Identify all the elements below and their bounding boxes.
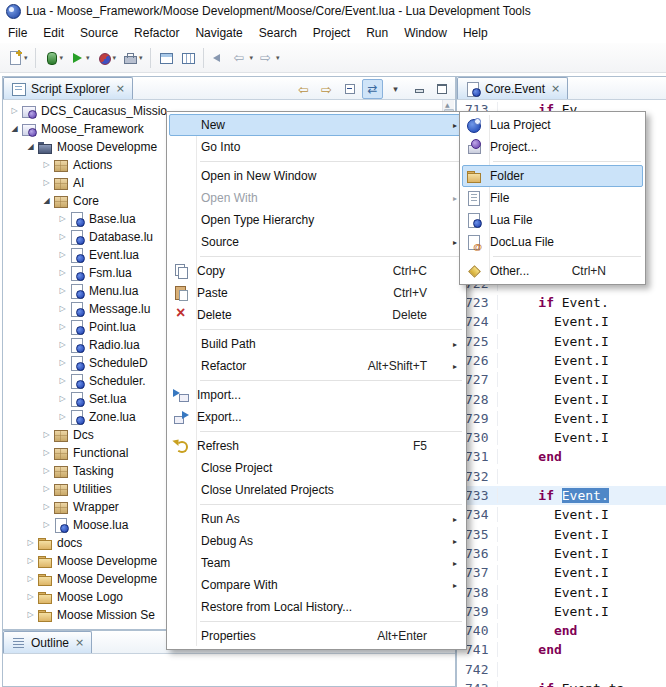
menu-item-compare-with[interactable]: Compare With▸: [169, 574, 464, 596]
menu-source[interactable]: Source: [72, 23, 126, 43]
menu-item-debug-as[interactable]: Debug As▸: [169, 530, 464, 552]
expand-arrow-icon[interactable]: ▷: [56, 305, 69, 313]
menu-item-build-path[interactable]: Build Path▸: [169, 333, 464, 355]
menu-edit[interactable]: Edit: [35, 23, 72, 43]
back-button[interactable]: ⇦: [293, 79, 314, 99]
expand-arrow-icon[interactable]: ▷: [56, 251, 69, 259]
submenu-item-folder[interactable]: Folder: [462, 165, 643, 187]
submenu-item-lua-project[interactable]: Lua Project: [462, 114, 643, 136]
link-editor-button[interactable]: ⇄: [362, 79, 383, 99]
menu-file[interactable]: File: [0, 23, 35, 43]
menu-item-copy[interactable]: CopyCtrl+C: [169, 260, 464, 282]
maximize-button[interactable]: [431, 79, 452, 99]
expand-arrow-icon[interactable]: ▷: [56, 269, 69, 277]
table-view-button[interactable]: [177, 46, 199, 70]
expand-arrow-icon[interactable]: ▷: [56, 377, 69, 385]
menu-refactor[interactable]: Refactor: [126, 23, 187, 43]
collapse-arrow-icon[interactable]: ◢: [24, 143, 37, 151]
menu-run[interactable]: Run: [358, 23, 396, 43]
expand-arrow-icon[interactable]: ▷: [40, 503, 53, 511]
menu-item-new[interactable]: New▸: [169, 114, 464, 136]
menu-item-open-type-hierarchy[interactable]: Open Type Hierarchy: [169, 209, 464, 231]
submenu-item-file[interactable]: File: [462, 187, 643, 209]
package-icon: [53, 445, 69, 461]
expand-arrow-icon[interactable]: ▷: [40, 467, 53, 475]
open-window-button[interactable]: [155, 46, 177, 70]
expand-arrow-icon[interactable]: ▷: [8, 107, 21, 115]
expand-arrow-icon[interactable]: ▷: [40, 179, 53, 187]
tab-outline[interactable]: Outline ×: [3, 631, 92, 653]
menu-item-restore-from-local-history[interactable]: Restore from Local History...: [169, 596, 464, 618]
menu-item-properties[interactable]: PropertiesAlt+Enter: [169, 625, 464, 647]
expand-arrow-icon[interactable]: ▷: [24, 557, 37, 565]
expand-arrow-icon[interactable]: ▷: [56, 215, 69, 223]
expand-arrow-icon[interactable]: ▷: [40, 449, 53, 457]
menu-item-close-project[interactable]: Close Project: [169, 457, 464, 479]
menu-item-delete[interactable]: DeleteDelete: [169, 304, 464, 326]
forward-button[interactable]: ▾: [256, 46, 283, 70]
collapse-arrow-icon[interactable]: ◢: [40, 197, 53, 205]
tab-core-event[interactable]: Core.Event ×: [457, 77, 568, 99]
submenu-item-lua-file[interactable]: Lua File: [462, 209, 643, 231]
submenu-item-project[interactable]: Project...: [462, 136, 643, 158]
expand-arrow-icon[interactable]: ▷: [56, 395, 69, 403]
profile-button[interactable]: ▾: [93, 46, 120, 70]
scroll-up-icon[interactable]: ▲: [445, 101, 450, 108]
submenu-arrow-icon: ▸: [453, 537, 457, 546]
menu-item-paste[interactable]: PasteCtrl+V: [169, 282, 464, 304]
collapse-all-button[interactable]: [339, 79, 360, 99]
expand-arrow-icon[interactable]: ▷: [24, 539, 37, 547]
menu-project[interactable]: Project: [305, 23, 358, 43]
close-icon[interactable]: ×: [551, 82, 560, 95]
last-edit-button[interactable]: [208, 46, 230, 70]
tab-script-explorer[interactable]: Script Explorer ×: [3, 77, 133, 99]
new-wizard-button[interactable]: ▾: [4, 46, 31, 70]
code-line-737: 737 Event.I: [458, 563, 666, 582]
view-menu-button[interactable]: ▾: [385, 79, 406, 99]
paste-icon: [173, 285, 189, 301]
menu-item-refresh[interactable]: RefreshF5: [169, 435, 464, 457]
expand-arrow-icon[interactable]: ▷: [40, 431, 53, 439]
expand-arrow-icon[interactable]: ▷: [24, 593, 37, 601]
expand-arrow-icon[interactable]: ▷: [56, 359, 69, 367]
tree-item-label: Moose.lua: [73, 518, 128, 532]
menu-item-go-into[interactable]: Go Into: [169, 136, 464, 158]
menu-item-import[interactable]: Import...: [169, 384, 464, 406]
tree-item-label: Set.lua: [89, 392, 126, 406]
menu-item-label: Delete: [197, 308, 232, 322]
submenu-item-other[interactable]: Other...Ctrl+N: [462, 260, 643, 282]
menu-window[interactable]: Window: [396, 23, 455, 43]
menu-search[interactable]: Search: [251, 23, 305, 43]
expand-arrow-icon[interactable]: ▷: [56, 287, 69, 295]
code-line-725: 725 Event.I: [458, 332, 666, 351]
external-tools-button[interactable]: ▾: [119, 46, 146, 70]
forward-button[interactable]: ⇨: [316, 79, 337, 99]
menu-item-export[interactable]: Export...: [169, 406, 464, 428]
minimize-button[interactable]: [408, 79, 429, 99]
menu-item-run-as[interactable]: Run As▸: [169, 508, 464, 530]
expand-arrow-icon[interactable]: ▷: [56, 341, 69, 349]
expand-arrow-icon[interactable]: ▷: [24, 611, 37, 619]
collapse-arrow-icon[interactable]: ◢: [8, 125, 21, 133]
run-button[interactable]: ▾: [66, 46, 93, 70]
expand-arrow-icon[interactable]: ▷: [40, 161, 53, 169]
close-icon[interactable]: ×: [116, 82, 125, 95]
expand-arrow-icon[interactable]: ▷: [56, 323, 69, 331]
expand-arrow-icon[interactable]: ▷: [40, 485, 53, 493]
expand-arrow-icon[interactable]: ▷: [24, 575, 37, 583]
menu-item-team[interactable]: Team▸: [169, 552, 464, 574]
menu-item-open-in-new-window[interactable]: Open in New Window: [169, 165, 464, 187]
expand-arrow-icon[interactable]: ▷: [56, 413, 69, 421]
back-button[interactable]: ▾: [230, 46, 257, 70]
close-icon[interactable]: ×: [75, 636, 84, 649]
expand-arrow-icon[interactable]: ▷: [56, 233, 69, 241]
menu-item-refactor[interactable]: RefactorAlt+Shift+T▸: [169, 355, 464, 377]
menu-help[interactable]: Help: [455, 23, 496, 43]
menu-item-open-with[interactable]: Open With▸: [169, 187, 464, 209]
debug-button[interactable]: ▾: [40, 46, 67, 70]
menu-navigate[interactable]: Navigate: [187, 23, 250, 43]
submenu-item-doclua-file[interactable]: DocLua File: [462, 231, 643, 253]
expand-arrow-icon[interactable]: ▷: [40, 521, 53, 529]
menu-item-source[interactable]: Source▸: [169, 231, 464, 253]
menu-item-close-unrelated-projects[interactable]: Close Unrelated Projects: [169, 479, 464, 501]
